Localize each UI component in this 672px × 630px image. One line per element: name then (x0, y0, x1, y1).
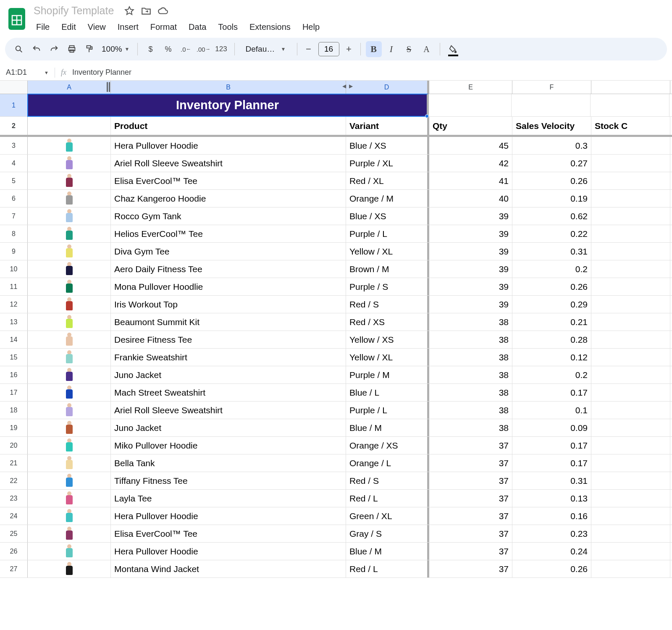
velocity-cell[interactable]: 0.27 (512, 155, 591, 172)
thumbnail-cell[interactable] (28, 507, 111, 525)
star-icon[interactable] (124, 5, 135, 16)
thumbnail-cell[interactable] (28, 402, 111, 419)
redo-icon[interactable] (46, 41, 62, 57)
spreadsheet-grid[interactable]: A B D E F ◀ ▶ 1 Inventory Planner 2 Prod… (0, 81, 672, 578)
qty-cell[interactable]: 37 (429, 490, 512, 507)
thumbnail-cell[interactable] (28, 243, 111, 260)
qty-cell[interactable]: 41 (429, 172, 512, 189)
qty-cell[interactable]: 39 (429, 260, 512, 278)
cell[interactable] (591, 349, 670, 366)
qty-cell[interactable]: 37 (429, 472, 512, 489)
product-cell[interactable]: Juno Jacket (111, 366, 346, 383)
qty-cell[interactable]: 38 (429, 402, 512, 419)
cell[interactable] (591, 384, 670, 401)
row-header[interactable]: 8 (0, 225, 28, 242)
cell[interactable] (591, 366, 670, 383)
velocity-cell[interactable]: 0.26 (512, 172, 591, 189)
thumbnail-cell[interactable] (28, 472, 111, 489)
row-header[interactable]: 13 (0, 313, 28, 331)
row-header[interactable]: 14 (0, 331, 28, 348)
cell[interactable] (591, 490, 670, 507)
cell[interactable] (28, 117, 111, 135)
thumbnail-cell[interactable] (28, 543, 111, 560)
selection-handle-icon[interactable] (425, 114, 429, 118)
header-variant[interactable]: Variant (346, 117, 429, 135)
col-header-e[interactable]: E (429, 81, 512, 94)
qty-cell[interactable]: 37 (429, 543, 512, 560)
move-folder-icon[interactable] (141, 5, 152, 16)
menu-view[interactable]: View (83, 20, 111, 34)
decrease-font-icon[interactable]: − (302, 43, 315, 55)
currency-icon[interactable]: $ (143, 41, 159, 57)
col-header-f[interactable]: F (512, 81, 591, 94)
row-header[interactable]: 9 (0, 243, 28, 260)
col-header-a[interactable]: A (28, 81, 111, 94)
row-header[interactable]: 26 (0, 543, 28, 560)
thumbnail-cell[interactable] (28, 190, 111, 207)
qty-cell[interactable]: 38 (429, 313, 512, 331)
sheets-logo-icon[interactable] (7, 7, 27, 31)
qty-cell[interactable]: 38 (429, 331, 512, 348)
variant-cell[interactable]: Blue / XS (346, 137, 429, 154)
hidden-column-indicator-icon[interactable]: ◀ ▶ (342, 83, 353, 89)
menu-data[interactable]: Data (184, 20, 211, 34)
title-banner-cell[interactable]: Inventory Planner (27, 94, 429, 117)
product-cell[interactable]: Elisa EverCool™ Tee (111, 525, 346, 542)
thumbnail-cell[interactable] (28, 454, 111, 472)
cell[interactable] (591, 402, 670, 419)
cell[interactable] (591, 207, 670, 225)
row-header[interactable]: 17 (0, 384, 28, 401)
row-header[interactable]: 11 (0, 278, 28, 295)
header-product[interactable]: Product (111, 117, 346, 135)
variant-cell[interactable]: Brown / M (346, 260, 429, 278)
thumbnail-cell[interactable] (28, 260, 111, 278)
col-header-g[interactable] (591, 81, 670, 94)
cell[interactable] (591, 225, 670, 242)
velocity-cell[interactable]: 0.24 (512, 543, 591, 560)
font-size-input[interactable] (318, 42, 339, 56)
variant-cell[interactable]: Purple / L (346, 402, 429, 419)
variant-cell[interactable]: Orange / L (346, 454, 429, 472)
cell[interactable] (591, 296, 670, 313)
row-header-2[interactable]: 2 (0, 117, 28, 135)
qty-cell[interactable]: 42 (429, 155, 512, 172)
name-box[interactable]: A1:D1▼ (0, 68, 55, 77)
velocity-cell[interactable]: 0.22 (512, 225, 591, 242)
thumbnail-cell[interactable] (28, 419, 111, 436)
formula-bar-input[interactable]: Inventory Planner (72, 68, 131, 77)
qty-cell[interactable]: 39 (429, 278, 512, 295)
product-cell[interactable]: Layla Tee (111, 490, 346, 507)
cell[interactable] (591, 437, 670, 454)
header-qty[interactable]: Qty (429, 117, 512, 135)
variant-cell[interactable]: Red / XL (346, 172, 429, 189)
product-cell[interactable]: Hera Pullover Hoodie (111, 507, 346, 525)
cell[interactable] (591, 454, 670, 472)
more-formats-button[interactable]: 123 (213, 41, 229, 57)
velocity-cell[interactable]: 0.31 (512, 243, 591, 260)
row-header[interactable]: 22 (0, 472, 28, 489)
row-header[interactable]: 27 (0, 560, 28, 578)
velocity-cell[interactable]: 0.2 (512, 366, 591, 383)
cell[interactable] (591, 155, 670, 172)
velocity-cell[interactable]: 0.21 (512, 313, 591, 331)
variant-cell[interactable]: Blue / M (346, 419, 429, 436)
row-header[interactable]: 19 (0, 419, 28, 436)
increase-decimal-icon[interactable]: .00→ (196, 41, 212, 57)
qty-cell[interactable]: 37 (429, 454, 512, 472)
qty-cell[interactable]: 38 (429, 384, 512, 401)
variant-cell[interactable]: Red / L (346, 490, 429, 507)
row-header[interactable]: 4 (0, 155, 28, 172)
variant-cell[interactable]: Green / XL (346, 507, 429, 525)
thumbnail-cell[interactable] (28, 137, 111, 154)
qty-cell[interactable]: 39 (429, 243, 512, 260)
fill-color-button[interactable] (445, 41, 461, 57)
cell[interactable] (591, 472, 670, 489)
header-stock[interactable]: Stock C (591, 117, 670, 135)
column-resize-handle-icon[interactable] (107, 82, 110, 92)
qty-cell[interactable]: 45 (429, 137, 512, 154)
row-header[interactable]: 21 (0, 454, 28, 472)
cell[interactable] (591, 172, 670, 189)
cell[interactable] (591, 419, 670, 436)
variant-cell[interactable]: Purple / L (346, 225, 429, 242)
variant-cell[interactable]: Red / S (346, 296, 429, 313)
